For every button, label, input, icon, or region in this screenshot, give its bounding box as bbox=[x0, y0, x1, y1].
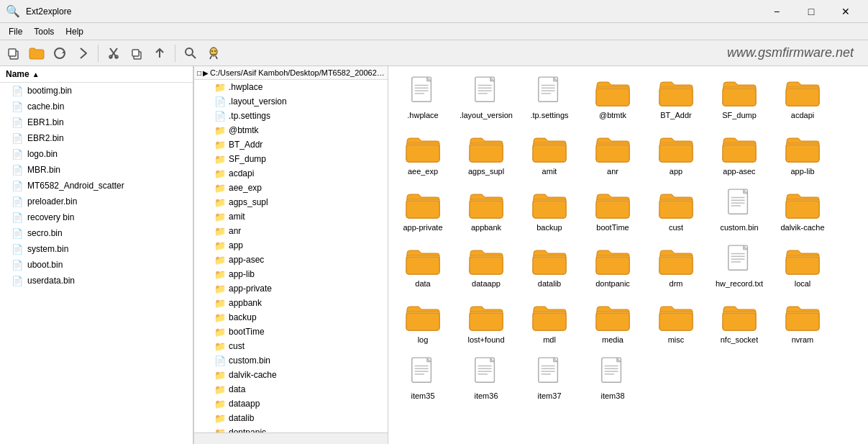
grid-item[interactable]: agps_supl bbox=[457, 128, 515, 178]
tree-item[interactable]: 📁backup bbox=[194, 310, 388, 325]
tree-item[interactable]: 📁dalvik-cache bbox=[194, 368, 388, 382]
tree-item[interactable]: 📁SF_dump bbox=[194, 152, 388, 166]
tree-item[interactable]: 📁data bbox=[194, 382, 388, 397]
tree-item[interactable]: 📄.tp.settings bbox=[194, 109, 388, 123]
minimize-button[interactable]: − bbox=[760, 3, 793, 20]
menu-file[interactable]: File bbox=[3, 25, 28, 38]
tree-item[interactable]: 📁@btmtk bbox=[194, 123, 388, 137]
tree-item[interactable]: 📁anr bbox=[194, 224, 388, 238]
tree-item[interactable]: 📁app bbox=[194, 238, 388, 253]
toolbar-folder-btn[interactable] bbox=[26, 43, 47, 63]
far-left-item[interactable]: 📄MBR.bin bbox=[0, 162, 193, 178]
tree-item[interactable]: 📁agps_supl bbox=[194, 195, 388, 209]
menu-tools[interactable]: Tools bbox=[28, 25, 60, 38]
far-left-item[interactable]: 📄EBR2.bin bbox=[0, 130, 193, 146]
tree-item[interactable]: 📁dataapp bbox=[194, 397, 388, 411]
grid-item[interactable]: bootTime bbox=[584, 184, 641, 235]
toolbar-up-btn[interactable] bbox=[149, 43, 170, 63]
tree-item[interactable]: 📁.hwplace bbox=[194, 80, 388, 94]
grid-item[interactable]: custom.bin bbox=[711, 184, 768, 235]
grid-item[interactable]: SF_dump bbox=[711, 72, 768, 122]
grid-item[interactable]: log bbox=[394, 296, 452, 347]
grid-item[interactable]: .hwplace bbox=[394, 72, 452, 122]
grid-item[interactable]: cust bbox=[647, 184, 705, 235]
grid-item[interactable]: backup bbox=[521, 184, 578, 235]
grid-item[interactable]: app-lib bbox=[774, 128, 831, 178]
grid-item[interactable]: nfc_socket bbox=[711, 296, 768, 347]
grid-item[interactable]: dataapp bbox=[457, 240, 515, 291]
tree-item[interactable]: 📁datalib bbox=[194, 411, 388, 425]
toolbar-copy-btn[interactable] bbox=[3, 43, 24, 63]
grid-item[interactable]: BT_Addr bbox=[647, 72, 705, 122]
grid-item[interactable]: drm bbox=[647, 240, 705, 291]
grid-item[interactable]: app bbox=[647, 128, 705, 178]
menu-help[interactable]: Help bbox=[60, 25, 89, 38]
tree-item[interactable]: 📁acdapi bbox=[194, 166, 388, 181]
grid-item[interactable]: app-private bbox=[394, 184, 452, 235]
grid-item[interactable]: local bbox=[774, 240, 831, 291]
toolbar-linux-btn[interactable] bbox=[203, 43, 224, 63]
toolbar-forward-btn[interactable] bbox=[72, 43, 93, 63]
tree-item-label: data bbox=[229, 384, 245, 394]
grid-item[interactable]: @btmtk bbox=[584, 72, 641, 122]
far-left-item[interactable]: 📄EBR1.bin bbox=[0, 114, 193, 130]
grid-item[interactable]: amit bbox=[521, 128, 578, 178]
tree-item[interactable]: 📁aee_exp bbox=[194, 181, 388, 195]
far-left-item[interactable]: 📄userdata.bin bbox=[0, 273, 193, 289]
grid-item-label: item35 bbox=[411, 391, 434, 400]
tree-item[interactable]: 📄custom.bin bbox=[194, 353, 388, 368]
toolbar-refresh-btn[interactable] bbox=[49, 43, 70, 63]
tree-item[interactable]: 📁dontpanic bbox=[194, 425, 388, 432]
far-left-item[interactable]: 📄MT6582_Android_scatter bbox=[0, 178, 193, 194]
far-left-item[interactable]: 📄system.bin bbox=[0, 241, 193, 257]
grid-item[interactable]: appbank bbox=[457, 184, 515, 235]
far-left-item[interactable]: 📄logo.bin bbox=[0, 146, 193, 162]
collapse-icon[interactable]: □ bbox=[197, 69, 201, 77]
h-scrollbar[interactable] bbox=[194, 432, 388, 444]
grid-item[interactable]: app-asec bbox=[711, 128, 768, 178]
grid-item[interactable]: acdapi bbox=[774, 72, 831, 122]
tree-item[interactable]: 📁amit bbox=[194, 209, 388, 224]
close-button[interactable]: ✕ bbox=[829, 3, 862, 20]
toolbar-paste-btn[interactable] bbox=[126, 43, 147, 63]
tree-item[interactable]: 📁app-lib bbox=[194, 267, 388, 281]
grid-item[interactable]: anr bbox=[584, 128, 641, 178]
grid-item[interactable]: misc bbox=[647, 296, 705, 347]
tree-scroll[interactable]: 📁.hwplace📄.layout_version📄.tp.settings📁@… bbox=[194, 80, 388, 432]
tree-item[interactable]: 📁app-private bbox=[194, 281, 388, 296]
tree-item[interactable]: 📁cust bbox=[194, 339, 388, 353]
grid-item[interactable]: dontpanic bbox=[584, 240, 641, 291]
tree-item[interactable]: 📁appbank bbox=[194, 296, 388, 310]
grid-item[interactable]: item37 bbox=[521, 353, 578, 403]
right-panel[interactable]: .hwplace .layout_version .tp.settings @b… bbox=[388, 66, 868, 444]
grid-item[interactable]: media bbox=[584, 296, 641, 347]
tree-item[interactable]: 📄.layout_version bbox=[194, 94, 388, 109]
grid-item[interactable]: datalib bbox=[521, 240, 578, 291]
tree-item[interactable]: 📁app-asec bbox=[194, 253, 388, 267]
toolbar-cut-btn[interactable] bbox=[103, 43, 124, 63]
grid-item[interactable]: dalvik-cache bbox=[774, 184, 831, 235]
far-left-item[interactable]: 📄secro.bin bbox=[0, 225, 193, 241]
nav-icon[interactable]: ▶ bbox=[203, 69, 209, 77]
tree-item[interactable]: 📁bootTime bbox=[194, 325, 388, 339]
far-left-item[interactable]: 📄recovery bin bbox=[0, 209, 193, 225]
far-left-item[interactable]: 📄preloader.bin bbox=[0, 194, 193, 209]
grid-item[interactable]: .tp.settings bbox=[521, 72, 578, 122]
toolbar-find-btn[interactable] bbox=[180, 43, 201, 63]
grid-item[interactable]: item35 bbox=[394, 353, 452, 403]
grid-item[interactable]: data bbox=[394, 240, 452, 291]
far-left-item[interactable]: 📄uboot.bin bbox=[0, 257, 193, 273]
grid-item[interactable]: item36 bbox=[457, 353, 515, 403]
grid-item[interactable]: aee_exp bbox=[394, 128, 452, 178]
grid-item[interactable]: lost+found bbox=[457, 296, 515, 347]
far-left-item[interactable]: 📄cache.bin bbox=[0, 99, 193, 114]
grid-item[interactable]: nvram bbox=[774, 296, 831, 347]
maximize-button[interactable]: □ bbox=[795, 3, 828, 20]
grid-item[interactable]: item38 bbox=[584, 353, 641, 403]
tree-item[interactable]: 📁BT_Addr bbox=[194, 137, 388, 152]
grid-item[interactable]: hw_record.txt bbox=[711, 240, 768, 291]
grid-item[interactable]: .layout_version bbox=[457, 72, 515, 122]
name-header[interactable]: Name ▲ bbox=[0, 66, 193, 83]
far-left-item[interactable]: 📄bootimg.bin bbox=[0, 83, 193, 99]
grid-item[interactable]: mdl bbox=[521, 296, 578, 347]
